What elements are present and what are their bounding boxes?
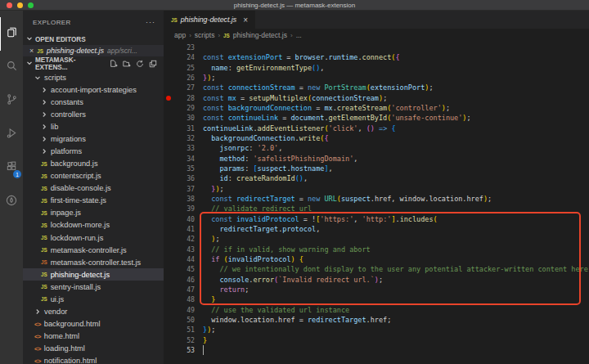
- tree-item-loading-html[interactable]: <>loading.html: [23, 343, 164, 355]
- close-window-button[interactable]: [7, 2, 12, 8]
- code-line[interactable]: 26});: [164, 73, 589, 83]
- line-number[interactable]: 41: [164, 224, 195, 234]
- tree-item-inpage-js[interactable]: JSinpage.js: [23, 207, 164, 219]
- line-number[interactable]: 30: [164, 113, 195, 123]
- tree-item-lockdown-run-js[interactable]: JSlockdown-run.js: [23, 231, 164, 244]
- line-number[interactable]: 35: [164, 164, 195, 173]
- line-number[interactable]: 42: [164, 234, 195, 244]
- code-line[interactable]: 31continueLink.addEventListener('click',…: [164, 124, 589, 133]
- line-number[interactable]: 25: [164, 63, 195, 73]
- breakpoint-icon[interactable]: [166, 96, 171, 101]
- tree-item-migrations[interactable]: migrations: [23, 133, 164, 145]
- line-number[interactable]: 29: [164, 103, 195, 113]
- activity-explorer-button[interactable]: [0, 17, 23, 51]
- line-number[interactable]: 26: [164, 73, 195, 83]
- collapse-all-icon[interactable]: [149, 60, 157, 68]
- tree-item-phishing-detect-js[interactable]: JSphishing-detect.js: [23, 268, 164, 281]
- code-line[interactable]: 42 );: [164, 234, 589, 244]
- code-line[interactable]: 30const continueLink = document.getEleme…: [164, 113, 589, 123]
- code-line[interactable]: 44 if (invalidProtocol) {: [164, 254, 589, 264]
- new-folder-icon[interactable]: [123, 60, 131, 68]
- line-number[interactable]: 23: [164, 43, 195, 52]
- code-line[interactable]: 24const extensionPort = browser.runtime.…: [164, 52, 589, 62]
- tree-item-vendor[interactable]: vendor: [23, 305, 164, 317]
- tree-item-controllers[interactable]: controllers: [23, 108, 164, 120]
- tree-item-metamask-controller-test-js[interactable]: JSmetamask-controller.test.js: [23, 256, 164, 268]
- code-line[interactable]: 51});: [164, 325, 589, 335]
- line-number[interactable]: 38: [164, 194, 195, 204]
- tree-item-background-js[interactable]: JSbackground.js: [23, 158, 164, 170]
- line-number[interactable]: 50: [164, 315, 195, 325]
- breadcrumb-item[interactable]: app: [174, 31, 186, 39]
- line-number[interactable]: 49: [164, 305, 195, 315]
- tree-item-disable-console-js[interactable]: JSdisable-console.js: [23, 182, 164, 195]
- tree-item-lockdown-more-js[interactable]: JSlockdown-more.js: [23, 219, 164, 231]
- line-number[interactable]: 31: [164, 124, 195, 133]
- code-line[interactable]: 32 backgroundConnection.write({: [164, 133, 589, 143]
- code-editor[interactable]: 2324const extensionPort = browser.runtim…: [164, 42, 589, 364]
- tab-phishing-detect[interactable]: JS phishing-detect.js ×: [164, 11, 255, 29]
- tree-item-ui-js[interactable]: JSui.js: [23, 293, 164, 305]
- close-tab-icon[interactable]: ×: [243, 16, 248, 25]
- tree-item-background-html[interactable]: <>background.html: [23, 318, 164, 330]
- code-line[interactable]: 45 // we intentionally dont display to t…: [164, 264, 589, 274]
- code-line[interactable]: 35 params: [suspect.hostname],: [164, 164, 589, 173]
- code-line[interactable]: 36 id: createRandomId(),: [164, 173, 589, 183]
- line-number[interactable]: 53: [164, 345, 195, 355]
- code-line[interactable]: 41 redirectTarget.protocol,: [164, 224, 589, 234]
- line-number[interactable]: 44: [164, 254, 195, 264]
- breadcrumb-item[interactable]: phishing-detect.js: [233, 31, 287, 39]
- open-editor-item[interactable]: × JS phishing-detect.js app/scri...: [23, 45, 164, 56]
- code-line[interactable]: 28const mx = setupMultiplex(connectionSt…: [164, 93, 589, 103]
- line-number[interactable]: 45: [164, 264, 195, 274]
- activity-extensions-button[interactable]: 1: [0, 151, 23, 185]
- close-editor-icon[interactable]: ×: [29, 47, 34, 55]
- activity-search-button[interactable]: [0, 51, 23, 84]
- tree-item-sentry-install-js[interactable]: JSsentry-install.js: [23, 281, 164, 293]
- line-number[interactable]: 47: [164, 285, 195, 294]
- code-line[interactable]: 34 method: 'safelistPhishingDomain',: [164, 154, 589, 164]
- line-number[interactable]: 24: [164, 52, 195, 62]
- line-number[interactable]: 52: [164, 335, 195, 345]
- code-line[interactable]: 52}: [164, 335, 589, 345]
- minimize-window-button[interactable]: [17, 2, 23, 8]
- tree-item-scripts[interactable]: scripts: [23, 71, 164, 83]
- line-number[interactable]: 32: [164, 133, 195, 143]
- code-line[interactable]: 23: [164, 43, 589, 52]
- tree-item-account-import-strategies[interactable]: account-import-strategies: [23, 83, 164, 96]
- line-number[interactable]: 27: [164, 83, 195, 92]
- line-number[interactable]: 37: [164, 184, 195, 194]
- line-number[interactable]: 48: [164, 294, 195, 304]
- code-line[interactable]: 47 return;: [164, 285, 589, 294]
- code-line[interactable]: 39 // validate redirect url: [164, 204, 589, 213]
- code-line[interactable]: 37 });: [164, 184, 589, 194]
- explorer-more-actions-button[interactable]: ···: [146, 18, 155, 26]
- code-line[interactable]: 49 // use the validated url instance: [164, 305, 589, 315]
- tree-item-constants[interactable]: constants: [23, 96, 164, 108]
- line-number[interactable]: 39: [164, 204, 195, 213]
- code-line[interactable]: 27const connectionStream = new PortStrea…: [164, 83, 589, 92]
- code-line[interactable]: 25 name: getEnvironmentType(),: [164, 63, 589, 73]
- code-line[interactable]: 46 console.error(`Invalid redirect url.`…: [164, 275, 589, 285]
- code-line[interactable]: 50 window.location.href = redirectTarget…: [164, 315, 589, 325]
- code-line[interactable]: 43 // if in valid, show warning and abor…: [164, 245, 589, 254]
- activity-extension-plugin-button[interactable]: [0, 185, 23, 218]
- line-number[interactable]: 34: [164, 154, 195, 164]
- activity-source-control-button[interactable]: [0, 84, 23, 118]
- breadcrumb-item[interactable]: scripts: [195, 31, 215, 39]
- breadcrumb-item[interactable]: ...: [296, 31, 302, 39]
- tree-item-contentscript-js[interactable]: JScontentscript.js: [23, 170, 164, 182]
- refresh-icon[interactable]: [136, 60, 144, 68]
- line-number[interactable]: 33: [164, 143, 195, 153]
- activity-run-debug-button[interactable]: [0, 118, 23, 151]
- code-line[interactable]: 33 jsonrpc: '2.0',: [164, 143, 589, 153]
- line-number[interactable]: 36: [164, 173, 195, 183]
- code-line[interactable]: 53: [164, 345, 589, 355]
- new-file-icon[interactable]: [110, 60, 118, 68]
- open-editors-header[interactable]: OPEN EDITORS: [23, 34, 164, 45]
- tree-item-metamask-controller-js[interactable]: JSmetamask-controller.js: [23, 244, 164, 256]
- tree-item-notification-html[interactable]: <>notification.html: [23, 355, 164, 364]
- code-line[interactable]: 48 }: [164, 294, 589, 304]
- tree-item-home-html[interactable]: <>home.html: [23, 330, 164, 343]
- code-line[interactable]: 29const backgroundConnection = mx.create…: [164, 103, 589, 113]
